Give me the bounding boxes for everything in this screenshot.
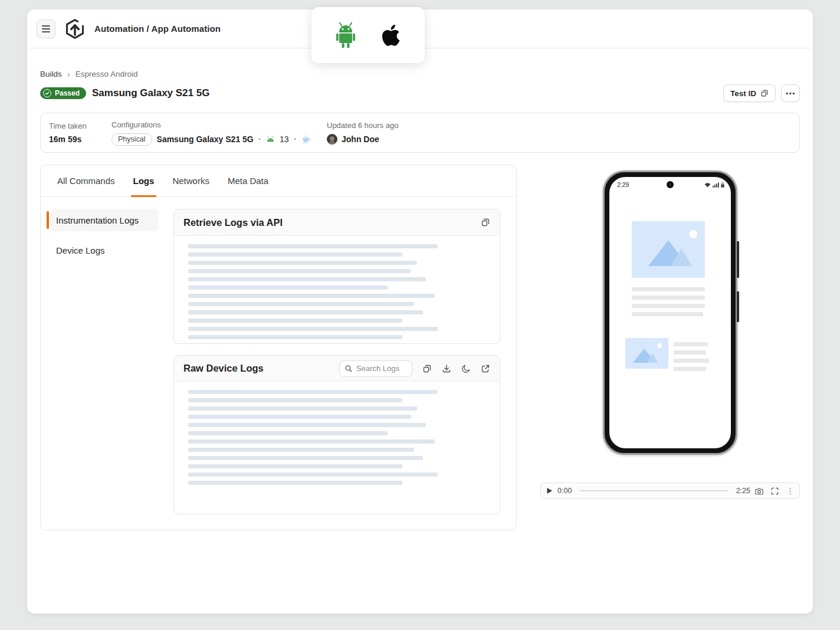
image-placeholder [632, 221, 705, 278]
skeleton-line [674, 367, 706, 371]
test-id-button[interactable]: Test ID [723, 84, 776, 102]
skeleton-line [188, 302, 414, 306]
skeleton-line [188, 431, 388, 435]
skeleton-line [188, 261, 417, 265]
tab-meta-data[interactable]: Meta Data [228, 165, 268, 196]
skeleton-line [188, 448, 414, 452]
skeleton-line [188, 398, 402, 402]
updated-section: Updated 6 hours ago John Doe [327, 121, 398, 145]
raw-logs-title: Raw Device Logs [183, 363, 264, 374]
device-title: Samsung Galaxy S21 5G [92, 87, 209, 99]
skeleton-line [188, 310, 423, 314]
skeleton-line [674, 342, 708, 346]
skeleton-line [188, 481, 402, 485]
skeleton-line [188, 269, 411, 273]
signal-icon [713, 182, 719, 188]
play-button[interactable] [546, 487, 553, 494]
tab-networks[interactable]: Networks [172, 165, 209, 196]
video-current-time: 0:00 [557, 487, 572, 495]
breadcrumb-builds-link[interactable]: Builds [40, 70, 62, 78]
skeleton-line [674, 359, 709, 363]
external-link-icon[interactable] [481, 364, 490, 373]
configurations-section: Configurations Physical Samsung Galaxy S… [111, 120, 327, 146]
main-window: Automation / App Automation Builds › Esp… [27, 9, 813, 613]
configurations-label: Configurations [111, 120, 327, 129]
dark-mode-moon-icon[interactable] [461, 364, 471, 373]
device-type-pill: Physical [111, 133, 152, 146]
battery-icon [721, 182, 724, 188]
tab-logs[interactable]: Logs [133, 165, 155, 196]
hamburger-menu-button[interactable] [37, 19, 55, 38]
device-screen: 2:29 [609, 177, 731, 448]
espresso-cup-icon [301, 135, 311, 144]
screenshot-camera-icon[interactable] [755, 487, 763, 495]
text-skeleton-lines [632, 287, 705, 320]
text-skeleton-lines [674, 342, 709, 375]
skeleton-line [188, 423, 426, 427]
skeleton-line [188, 456, 423, 460]
time-taken-section: Time taken 16m 59s [49, 122, 111, 144]
config-device-name: Samsung Galaxy S21 5G [157, 134, 254, 144]
user-avatar [327, 134, 337, 145]
chevron-right-icon: › [67, 70, 70, 78]
page-title: Automation / App Automation [94, 24, 221, 34]
updated-label: Updated 6 hours ago [327, 121, 398, 130]
dot-separator: · [258, 134, 261, 145]
skeleton-line [188, 277, 426, 281]
skeleton-line [188, 472, 438, 477]
platform-switcher-card [311, 7, 425, 63]
breadcrumb-current: Espresso Android [76, 70, 138, 78]
status-badge-label: Passed [55, 89, 80, 97]
skeleton-line [188, 252, 402, 257]
time-taken-value: 16m 59s [49, 134, 111, 144]
video-duration: 2:25 [736, 487, 750, 495]
power-button [737, 291, 739, 322]
skeleton-line [188, 415, 411, 419]
skeleton-line [632, 304, 705, 308]
skeleton-line [674, 350, 706, 355]
skeleton-line [188, 464, 402, 468]
video-progress-bar[interactable] [579, 490, 728, 491]
log-type-sidebar: Instrumentation Logs Device Logs [41, 197, 173, 514]
test-detail-card: All Commands Logs Networks Meta Data Ins… [40, 165, 517, 530]
copy-icon[interactable] [422, 364, 432, 373]
skeleton-line [188, 244, 438, 248]
front-camera-icon [667, 181, 674, 188]
more-options-button[interactable]: ⋯ [781, 84, 800, 102]
copy-icon[interactable] [481, 218, 490, 227]
dot-separator: · [294, 134, 297, 145]
tab-bar: All Commands Logs Networks Meta Data [41, 165, 516, 197]
search-logs-input[interactable] [356, 364, 406, 373]
test-id-label: Test ID [730, 89, 756, 98]
wifi-icon [704, 182, 711, 188]
android-icon[interactable] [332, 21, 360, 50]
skeleton-line [188, 319, 402, 323]
tab-all-commands[interactable]: All Commands [57, 165, 115, 196]
active-item-accent-bar [47, 211, 49, 229]
test-title-row: Passed Samsung Galaxy S21 5G Test ID ⋯ [40, 84, 800, 102]
skeleton-line [188, 335, 402, 339]
retrieve-logs-panel: Retrieve Logs via API [173, 209, 500, 344]
fullscreen-icon[interactable] [771, 487, 779, 495]
skeleton-line [188, 390, 438, 394]
raw-device-logs-panel: Raw Device Logs [173, 355, 500, 514]
device-mockup: 2:29 [603, 170, 737, 455]
status-bar-time: 2:29 [617, 181, 629, 188]
skeleton-line [188, 286, 388, 290]
copy-icon [760, 89, 769, 97]
skeleton-line [632, 287, 705, 291]
apple-icon[interactable] [380, 21, 405, 50]
skeleton-line [632, 312, 703, 316]
search-logs-box [339, 360, 412, 377]
test-info-bar: Time taken 16m 59s Configurations Physic… [40, 113, 800, 153]
video-more-options-icon[interactable]: ⋮ [786, 487, 794, 495]
log-skeleton-lines [174, 236, 500, 339]
skeleton-line [188, 294, 435, 298]
download-icon[interactable] [442, 364, 451, 373]
skeleton-line [188, 327, 438, 331]
device-preview-column: 2:29 [540, 165, 800, 530]
os-version: 13 [280, 134, 289, 144]
video-player-bar: 0:00 2:25 ⋮ [540, 483, 800, 499]
sidebar-item-instrumentation-logs[interactable]: Instrumentation Logs [50, 209, 158, 231]
sidebar-item-device-logs[interactable]: Device Logs [56, 245, 173, 255]
